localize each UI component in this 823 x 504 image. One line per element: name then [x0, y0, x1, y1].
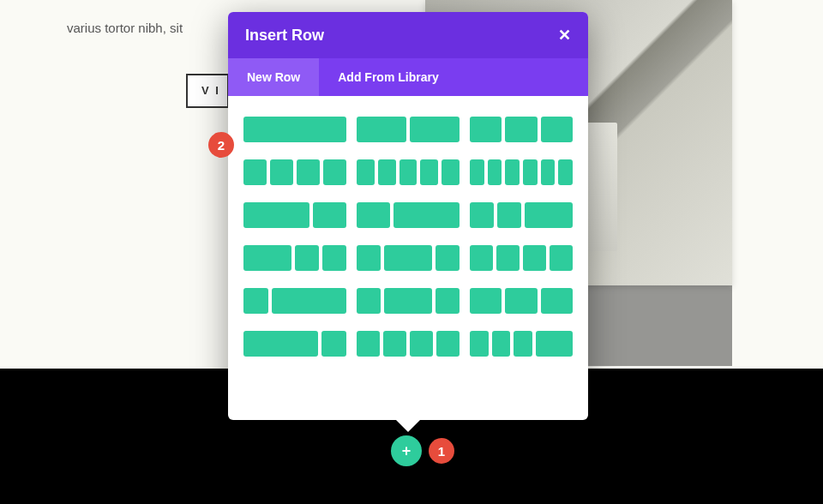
layout-col — [243, 117, 346, 142]
modal-title: Insert Row — [245, 27, 324, 45]
layout-option-r5c2[interactable] — [470, 331, 573, 357]
layout-col — [243, 331, 318, 357]
layout-option-r4c2[interactable] — [470, 288, 573, 314]
layout-col — [313, 202, 346, 228]
layout-col — [470, 117, 502, 142]
layout-col — [297, 159, 320, 185]
layout-option-r3c1[interactable] — [357, 245, 460, 271]
layout-option-r4c0[interactable] — [243, 288, 346, 314]
layout-option-r5c0[interactable] — [243, 331, 346, 357]
layout-col — [536, 331, 573, 357]
layout-col — [514, 331, 532, 357]
layout-col — [470, 245, 493, 271]
layout-col — [488, 159, 502, 185]
layout-option-r0c0[interactable] — [243, 117, 346, 142]
annotation-marker-1: 1 — [429, 438, 454, 464]
layout-col — [525, 202, 573, 228]
layout-col — [541, 288, 573, 314]
layout-option-r0c1[interactable] — [357, 117, 460, 142]
layout-col — [243, 288, 268, 314]
layout-option-r4c1[interactable] — [357, 288, 460, 314]
layout-option-r1c1[interactable] — [357, 159, 460, 185]
tab-new-row[interactable]: New Row — [228, 58, 319, 96]
layout-option-r3c0[interactable] — [243, 245, 346, 271]
layout-col — [436, 288, 460, 314]
layout-col — [505, 117, 537, 142]
layout-col — [322, 245, 346, 271]
layout-col — [295, 245, 319, 271]
layout-col — [384, 288, 432, 314]
layout-col — [492, 331, 511, 357]
layout-col — [436, 331, 460, 357]
view-button[interactable]: V I — [186, 74, 229, 108]
layout-col — [420, 159, 438, 185]
layout-col — [272, 288, 346, 314]
layout-col — [243, 159, 267, 185]
layout-option-r5c1[interactable] — [357, 331, 460, 357]
layout-col — [399, 159, 418, 185]
layout-option-r0c2[interactable] — [470, 117, 573, 142]
layout-col — [541, 159, 556, 185]
layout-col — [505, 288, 537, 314]
body-text: varius tortor nibh, sit — [67, 21, 183, 35]
layout-col — [470, 202, 494, 228]
layout-col — [470, 331, 489, 357]
annotation-marker-2: 2 — [208, 132, 234, 158]
layout-col — [378, 159, 396, 185]
layout-option-r2c2[interactable] — [470, 202, 573, 228]
layout-col — [505, 159, 520, 185]
layout-col — [357, 331, 380, 357]
layout-option-r2c0[interactable] — [243, 202, 346, 228]
layout-col — [523, 245, 546, 271]
layout-col — [523, 159, 538, 185]
layout-col — [270, 159, 293, 185]
layout-col — [558, 159, 573, 185]
layout-col — [243, 245, 291, 271]
layout-col — [357, 288, 381, 314]
layout-col — [410, 331, 433, 357]
layout-option-r2c1[interactable] — [357, 202, 460, 228]
layout-col — [383, 331, 406, 357]
layout-option-r3c2[interactable] — [470, 245, 573, 271]
layout-grid — [228, 96, 588, 365]
layout-col — [470, 159, 484, 185]
layout-col — [357, 117, 406, 142]
layout-col — [357, 245, 381, 271]
layout-col — [442, 159, 460, 185]
layout-col — [550, 245, 573, 271]
layout-col — [497, 202, 521, 228]
modal-header: Insert Row ✕ — [228, 12, 588, 58]
layout-col — [323, 159, 346, 185]
layout-option-r1c2[interactable] — [470, 159, 573, 185]
tab-add-from-library[interactable]: Add From Library — [319, 58, 457, 96]
add-section-button[interactable]: + — [391, 435, 422, 466]
close-icon[interactable]: ✕ — [558, 26, 571, 45]
layout-col — [393, 202, 460, 228]
layout-col — [384, 245, 432, 271]
layout-col — [496, 245, 520, 271]
layout-col — [243, 202, 309, 228]
insert-row-modal: Insert Row ✕ New Row Add From Library — [228, 12, 588, 420]
layout-option-r1c0[interactable] — [243, 159, 346, 185]
modal-tabs: New Row Add From Library — [228, 58, 588, 96]
modal-pointer-tail — [396, 420, 420, 432]
layout-col — [410, 117, 460, 142]
layout-col — [470, 288, 502, 314]
layout-col — [541, 117, 573, 142]
layout-col — [436, 245, 460, 271]
layout-col — [321, 331, 346, 357]
layout-col — [357, 202, 390, 228]
layout-col — [357, 159, 375, 185]
